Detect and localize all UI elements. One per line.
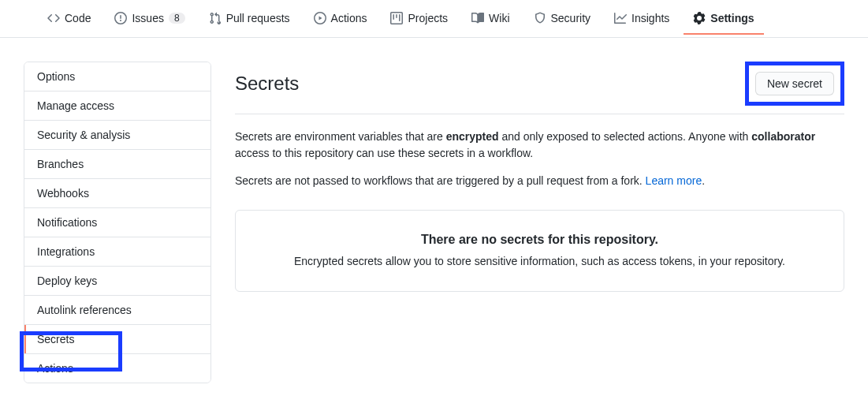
sidebar-item-label: Manage access [37,99,114,112]
tab-label: Actions [331,13,367,24]
sidebar-item-manage-access[interactable]: Manage access [24,91,210,121]
sidebar-item-label: Integrations [37,245,95,258]
tab-label: Security [551,13,591,24]
tab-code[interactable]: Code [38,2,100,35]
tab-projects[interactable]: Projects [381,2,457,35]
issues-count: 8 [169,13,185,24]
repo-tabs: Code Issues 8 Pull requests Actions Proj… [0,0,868,38]
gear-icon [693,12,706,24]
sidebar-item-label: Notifications [37,216,97,229]
tab-label: Issues [132,13,163,24]
settings-sidebar: Options Manage access Security & analysi… [24,62,211,383]
sidebar-item-label: Actions [37,362,73,375]
learn-more-link[interactable]: Learn more [646,174,702,187]
sidebar-item-label: Secrets [37,333,74,345]
tab-security[interactable]: Security [524,2,601,35]
tab-settings[interactable]: Settings [684,2,763,35]
sidebar-item-actions[interactable]: Actions [24,354,210,383]
project-icon [390,12,403,24]
sidebar-item-label: Branches [37,158,84,170]
sidebar-item-label: Webhooks [37,187,89,200]
tab-pull-requests[interactable]: Pull requests [199,2,300,35]
sidebar-item-webhooks[interactable]: Webhooks [24,179,210,208]
tab-label: Settings [710,13,754,24]
tab-label: Insights [631,13,669,24]
sidebar-item-integrations[interactable]: Integrations [24,237,210,267]
tab-actions[interactable]: Actions [304,2,377,35]
tab-label: Code [65,13,91,24]
empty-state-title: There are no secrets for this repository… [255,233,825,247]
secrets-description-1: Secrets are environment variables that a… [235,129,844,162]
main-header: Secrets New secret [235,62,844,114]
tab-label: Wiki [489,13,509,24]
secrets-empty-state: There are no secrets for this repository… [235,210,844,292]
sidebar-item-branches[interactable]: Branches [24,150,210,179]
sidebar-item-label: Options [37,70,75,83]
new-secret-button[interactable]: New secret [755,72,834,95]
git-pull-request-icon [209,12,222,24]
page-body: Options Manage access Security & analysi… [0,38,868,407]
sidebar-item-deploy-keys[interactable]: Deploy keys [24,267,210,296]
main-content: Secrets New secret Secrets are environme… [235,62,844,292]
sidebar-item-secrets[interactable]: Secrets [24,325,210,354]
page-title: Secrets [235,73,299,95]
empty-state-body: Encrypted secrets allow you to store sen… [255,255,825,267]
sidebar-item-label: Security & analysis [37,129,130,141]
tab-issues[interactable]: Issues 8 [105,2,194,35]
sidebar-item-options[interactable]: Options [24,62,210,91]
tab-label: Projects [408,13,448,24]
shield-icon [534,12,546,24]
sidebar-item-label: Deploy keys [37,274,97,287]
sidebar-item-autolink-references[interactable]: Autolink references [24,296,210,325]
tab-wiki[interactable]: Wiki [462,2,519,35]
issue-icon [114,12,127,24]
tab-insights[interactable]: Insights [605,2,679,35]
graph-icon [614,12,627,24]
secrets-description-2: Secrets are not passed to workflows that… [235,173,844,189]
sidebar-item-label: Autolink references [37,304,132,316]
code-icon [47,12,60,24]
highlight-new-secret: New secret [745,62,844,106]
sidebar-item-security-analysis[interactable]: Security & analysis [24,121,210,150]
book-icon [471,12,484,24]
sidebar-item-notifications[interactable]: Notifications [24,208,210,237]
play-icon [314,12,326,24]
tab-label: Pull requests [226,13,290,24]
